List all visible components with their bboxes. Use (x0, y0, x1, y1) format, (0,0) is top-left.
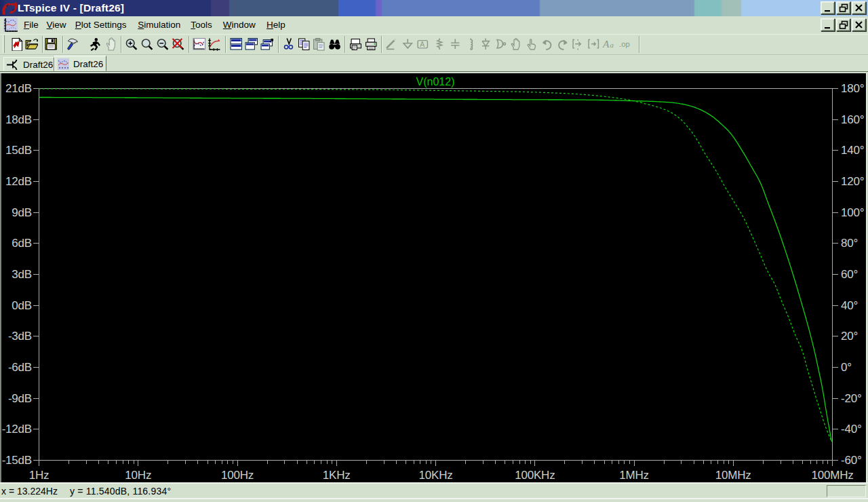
svg-text:V(n012): V(n012) (416, 76, 455, 88)
svg-text:160°: 160° (841, 113, 864, 126)
svg-text:10MHz: 10MHz (715, 469, 751, 482)
svg-text:-6dB: -6dB (8, 361, 32, 374)
svg-text:15dB: 15dB (5, 144, 32, 157)
svg-text:0dB: 0dB (12, 299, 32, 312)
svg-text:1Hz: 1Hz (29, 469, 50, 482)
svg-text:18dB: 18dB (5, 113, 32, 126)
svg-text:3dB: 3dB (12, 268, 32, 281)
svg-text:-3dB: -3dB (8, 330, 32, 343)
svg-text:180°: 180° (841, 82, 864, 95)
svg-text:140°: 140° (841, 144, 864, 157)
svg-text:-60°: -60° (841, 454, 862, 467)
svg-text:21dB: 21dB (5, 82, 32, 95)
svg-text:-9dB: -9dB (8, 392, 32, 405)
svg-text:100MHz: 100MHz (811, 469, 853, 482)
svg-text:9dB: 9dB (12, 206, 32, 219)
svg-text:6dB: 6dB (12, 237, 32, 250)
svg-text:0°: 0° (841, 361, 852, 374)
svg-text:100°: 100° (841, 206, 864, 219)
svg-text:120°: 120° (841, 175, 864, 188)
svg-text:100Hz: 100Hz (221, 469, 254, 482)
svg-text:20°: 20° (841, 330, 858, 343)
svg-text:1KHz: 1KHz (323, 469, 351, 482)
svg-text:80°: 80° (841, 237, 858, 250)
svg-text:.op: .op (619, 40, 630, 48)
svg-text:40°: 40° (841, 299, 858, 312)
svg-text:-15dB: -15dB (2, 454, 32, 467)
svg-text:A: A (602, 38, 610, 50)
svg-text:12dB: 12dB (5, 175, 32, 188)
svg-text:100KHz: 100KHz (515, 469, 555, 482)
svg-text:1MHz: 1MHz (619, 469, 649, 482)
svg-text:A: A (420, 41, 425, 48)
svg-text:a: a (610, 41, 614, 49)
svg-text:-20°: -20° (841, 392, 862, 405)
svg-text:-40°: -40° (841, 423, 862, 436)
svg-text:60°: 60° (841, 268, 858, 281)
svg-text:10Hz: 10Hz (125, 469, 151, 482)
svg-text:-12dB: -12dB (2, 423, 32, 436)
svg-text:10KHz: 10KHz (418, 469, 452, 482)
